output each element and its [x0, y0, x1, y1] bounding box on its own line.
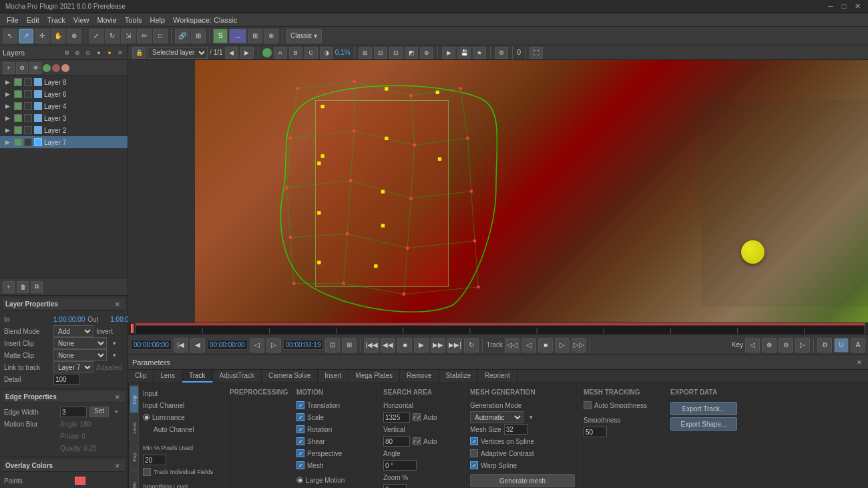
menu-movie[interactable]: Movie	[93, 16, 120, 24]
pb-track-frame-back[interactable]: ◁	[521, 338, 536, 352]
auto-v-check[interactable]: ✓	[413, 437, 421, 445]
edge-set-icon[interactable]: +	[112, 407, 121, 417]
layer-add-btn[interactable]: +	[3, 62, 15, 74]
tab-remove[interactable]: Remove	[400, 370, 439, 383]
params-close[interactable]: ✕	[855, 358, 864, 367]
mesh-size-input[interactable]	[504, 424, 527, 435]
tab-adjust-track[interactable]: AdjustTrack	[213, 370, 262, 383]
pb-play-back[interactable]: ▶▶	[431, 338, 445, 352]
perspective-check[interactable]: ✓	[296, 449, 304, 457]
maximize-btn[interactable]: □	[839, 2, 849, 11]
vc-tool5[interactable]: ⊕	[420, 47, 433, 59]
pb-prev-frame[interactable]: ◀	[190, 338, 205, 352]
layer-visible-check[interactable]	[14, 138, 22, 146]
layer-visible-check[interactable]	[14, 78, 22, 86]
large-motion-radio[interactable]	[296, 477, 303, 483]
scale-check[interactable]: ✓	[296, 413, 304, 421]
in-point-time[interactable]: 00:00:00:00	[207, 340, 248, 350]
toolbar-rect[interactable]: □	[153, 29, 168, 43]
layers-add-icon[interactable]: ⊕	[73, 48, 82, 57]
layers-lock-icon[interactable]: ●	[105, 48, 114, 57]
detail-input[interactable]	[53, 374, 80, 385]
toolbar-spline[interactable]: ✏	[137, 29, 152, 43]
timeline-ruler[interactable]	[135, 322, 865, 334]
pb-key-delete[interactable]: ⊖	[779, 338, 793, 352]
mesh-check[interactable]: ✓	[296, 461, 304, 469]
layer-lock-box[interactable]	[24, 138, 32, 146]
export-track-btn[interactable]: Export Track...	[670, 402, 737, 415]
vc-next-layer[interactable]: ▶	[240, 47, 254, 59]
vc-star[interactable]: ★	[473, 47, 486, 59]
angle-sa-input[interactable]	[383, 460, 417, 471]
menu-edit[interactable]: Edit	[23, 16, 43, 24]
pb-track-stop[interactable]: ■	[538, 338, 553, 352]
layers-gear-icon[interactable]: ⊙	[83, 48, 93, 57]
side-tab-export[interactable]: Exp	[130, 443, 139, 471]
pb-A-btn[interactable]: A	[851, 338, 865, 352]
pb-go-start[interactable]: |◀◀	[364, 338, 379, 352]
layer-color-orange[interactable]	[61, 64, 69, 72]
layer-visible-check[interactable]	[14, 114, 22, 122]
pb-track-frame-fwd[interactable]: ▷	[555, 338, 570, 352]
menu-workspace[interactable]: Workspace: Classic	[169, 16, 241, 24]
side-tab-sheet[interactable]: Sh	[130, 471, 139, 488]
pb-loop[interactable]: ↻	[464, 338, 479, 352]
vc-b-btn[interactable]: B	[289, 47, 302, 59]
overlay-close[interactable]: ✕	[113, 461, 122, 471]
pb-icons[interactable]: ⊡	[325, 338, 340, 352]
translation-check[interactable]: ✓	[296, 401, 304, 409]
layer-item[interactable]: ▶ Layer 8	[0, 76, 128, 88]
auto-smooth-check[interactable]	[584, 401, 592, 409]
pb-track-back[interactable]: ◁◁	[505, 338, 519, 352]
layer-props-close[interactable]: ✕	[113, 300, 122, 309]
layer-visible-check[interactable]	[14, 126, 22, 134]
pb-set-out[interactable]: ▷	[266, 338, 281, 352]
layer-gear-btn[interactable]: ⚙	[16, 62, 28, 74]
layer-lock-box[interactable]	[24, 114, 32, 122]
vc-c-btn[interactable]: C	[304, 47, 318, 59]
layer-duplicate-bottom[interactable]: ⧉	[31, 281, 43, 293]
layer-selector-dropdown[interactable]: Selected layer	[148, 47, 208, 59]
edge-props-close[interactable]: ✕	[113, 393, 122, 402]
pb-track-fwd[interactable]: ▷▷	[572, 338, 586, 352]
layer-visible-check[interactable]	[14, 102, 22, 110]
matte-clip-settings[interactable]: ▾	[110, 350, 119, 360]
vc-tool3[interactable]: ⊡	[389, 47, 403, 59]
layer-delete-bottom[interactable]: 🗑	[17, 281, 29, 293]
gen-mode-select[interactable]: Automatic	[470, 411, 523, 423]
menu-view[interactable]: View	[69, 16, 93, 24]
vc-settings[interactable]: ⚙	[495, 47, 508, 59]
export-shape-btn[interactable]: Export Shape...	[670, 417, 737, 431]
edge-width-input[interactable]	[60, 407, 87, 417]
toolbar-add-pt[interactable]: ⊕	[264, 29, 278, 43]
pb-next-key[interactable]: ▶▶|	[447, 338, 462, 352]
tab-reorient[interactable]: Reorient	[478, 370, 517, 383]
layer-visible-check[interactable]	[14, 90, 22, 98]
tab-track[interactable]: Track	[182, 370, 213, 383]
toolbar-m[interactable]: ...	[229, 29, 246, 43]
layer-color-red[interactable]	[52, 64, 60, 72]
toolbar-pan[interactable]: ✋	[51, 29, 65, 43]
vc-a-btn[interactable]: A	[274, 47, 287, 59]
min-pixels-input[interactable]	[143, 455, 166, 465]
generate-mesh-btn[interactable]: Generate mesh	[470, 474, 575, 487]
layer-add-bottom[interactable]: +	[3, 281, 15, 293]
menu-help[interactable]: Help	[146, 16, 169, 24]
toolbar-s[interactable]: S	[213, 29, 228, 43]
layers-close-icon[interactable]: ●	[94, 48, 103, 57]
minimize-btn[interactable]: ─	[825, 2, 836, 11]
warp-spline-check[interactable]: ✓	[470, 461, 478, 469]
opacity-value[interactable]: 0.1%	[335, 49, 351, 56]
rotation-check[interactable]: ✓	[296, 425, 304, 433]
smoothness-input[interactable]	[584, 427, 607, 437]
menu-track[interactable]: Track	[43, 16, 69, 24]
edge-set-btn[interactable]: Set	[89, 407, 109, 417]
tab-lens[interactable]: Lens	[154, 370, 182, 383]
toolbar-link2[interactable]: ⊞	[248, 29, 262, 43]
auto-h-check[interactable]: ✓	[413, 413, 421, 421]
insert-clip-settings[interactable]: ▾	[110, 338, 119, 348]
vc-tool2[interactable]: ⊟	[374, 47, 387, 59]
link-track-select[interactable]: Layer 7	[53, 361, 93, 373]
side-tab-lens2[interactable]: Lens	[130, 415, 139, 442]
toolbar-arrow[interactable]: ↗	[19, 29, 33, 43]
